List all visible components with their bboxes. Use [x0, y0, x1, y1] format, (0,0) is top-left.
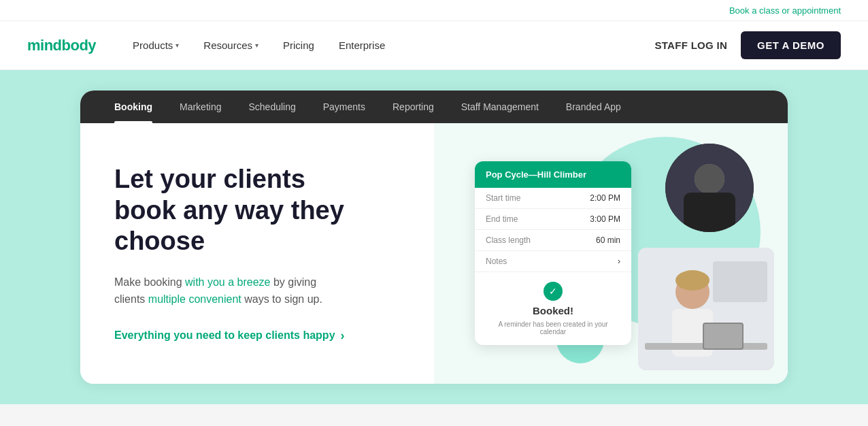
booking-card-header: Pop Cycle—Hill Climber [475, 161, 631, 188]
person-silhouette-2-svg [638, 248, 774, 370]
products-chevron-icon: ▾ [176, 42, 179, 49]
booked-title: Booked! [533, 305, 573, 316]
sub-nav: Booking Marketing Scheduling Payments Re… [80, 91, 788, 123]
subnav-booking[interactable]: Booking [101, 91, 166, 123]
staff-login-button[interactable]: STAFF LOG IN [654, 39, 727, 51]
check-icon: ✓ [544, 282, 563, 301]
hero-section: Booking Marketing Scheduling Payments Re… [0, 70, 868, 404]
nav-pricing[interactable]: Pricing [273, 34, 324, 56]
booking-card: Pop Cycle—Hill Climber Start time 2:00 P… [475, 161, 631, 345]
subnav-scheduling[interactable]: Scheduling [235, 91, 309, 123]
navbar: mindbody Products ▾ Resources ▾ Pricing … [0, 21, 868, 70]
svg-rect-13 [704, 324, 742, 348]
booked-subtitle: A reminder has been created in your cale… [486, 321, 620, 335]
subnav-branded-app[interactable]: Branded App [552, 91, 635, 123]
hero-heading: Let your clients book any way they choos… [114, 164, 359, 257]
booking-row-start-time: Start time 2:00 PM [475, 188, 631, 209]
booking-confirmation: ✓ Booked! A reminder has been created in… [475, 272, 631, 345]
booking-row-class-length: Class length 60 min [475, 230, 631, 251]
hero-content: Let your clients book any way they choos… [80, 123, 788, 384]
nav-right: STAFF LOG IN GET A DEMO [654, 31, 841, 59]
nav-enterprise[interactable]: Enterprise [329, 34, 395, 56]
svg-rect-4 [684, 193, 735, 232]
hero-visual-panel: Pop Cycle—Hill Climber Start time 2:00 P… [434, 123, 788, 384]
get-demo-button[interactable]: GET A DEMO [741, 31, 841, 59]
svg-point-9 [675, 270, 710, 291]
hero-cta-link[interactable]: Everything you need to keep clients happ… [114, 329, 400, 343]
subnav-staff-management[interactable]: Staff Management [448, 91, 552, 123]
top-bar: Book a class or appointment [0, 0, 868, 21]
hero-text-panel: Let your clients book any way they choos… [80, 123, 434, 384]
logo[interactable]: mindbody [27, 37, 96, 54]
svg-rect-7 [713, 261, 767, 302]
hero-subtext: Make booking with you a breeze by giving… [114, 274, 346, 308]
book-appointment-link[interactable]: Book a class or appointment [729, 5, 841, 16]
subnav-reporting[interactable]: Reporting [379, 91, 448, 123]
subnav-payments[interactable]: Payments [310, 91, 379, 123]
person-photo-1 [665, 144, 754, 232]
person-photo-2 [638, 248, 774, 370]
nav-products[interactable]: Products ▾ [123, 34, 188, 56]
nav-resources[interactable]: Resources ▾ [194, 34, 268, 56]
booking-row-notes[interactable]: Notes › [475, 251, 631, 272]
svg-point-3 [695, 164, 724, 194]
booking-row-end-time: End time 3:00 PM [475, 209, 631, 230]
chevron-right-icon: › [341, 329, 345, 343]
subnav-marketing[interactable]: Marketing [166, 91, 235, 123]
resources-chevron-icon: ▾ [255, 42, 258, 49]
hero-card: Booking Marketing Scheduling Payments Re… [80, 91, 788, 384]
person-silhouette-1-svg [665, 144, 754, 232]
nav-links: Products ▾ Resources ▾ Pricing Enterpris… [123, 34, 654, 56]
